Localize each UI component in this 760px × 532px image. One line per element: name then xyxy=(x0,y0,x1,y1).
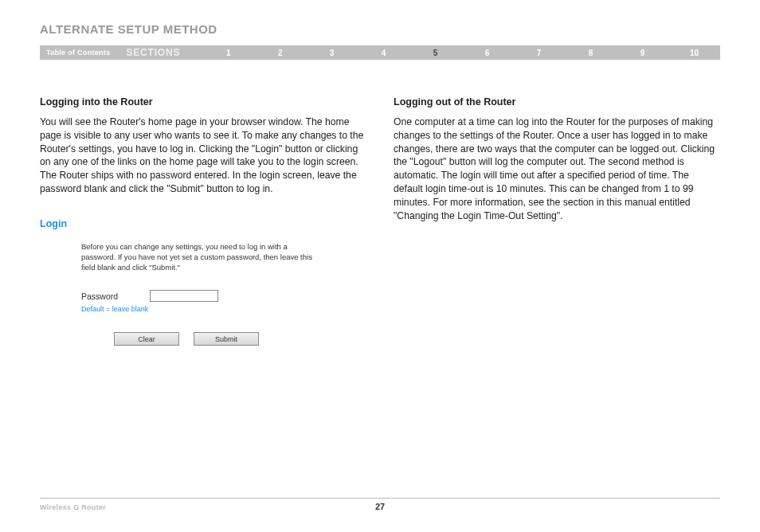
login-title: Login xyxy=(40,218,327,234)
page-footer: Wireless G Router 27 xyxy=(40,498,720,511)
nav-section-7[interactable]: 7 xyxy=(513,49,565,57)
clear-button[interactable]: Clear xyxy=(114,332,179,346)
nav-section-4[interactable]: 4 xyxy=(358,49,409,57)
nav-section-2[interactable]: 2 xyxy=(254,49,306,57)
password-input[interactable] xyxy=(150,290,218,302)
nav-section-3[interactable]: 3 xyxy=(306,49,358,57)
nav-section-6[interactable]: 6 xyxy=(461,49,513,57)
right-column: Logging out of the Router One computer a… xyxy=(394,96,720,357)
left-body: You will see the Router's home page in y… xyxy=(40,115,366,196)
nav-section-10[interactable]: 10 xyxy=(668,49,720,57)
nav-toc-link[interactable]: Table of Contents xyxy=(40,49,121,57)
left-column: Logging into the Router You will see the… xyxy=(40,96,366,357)
nav-section-9[interactable]: 9 xyxy=(617,49,668,57)
nav-sections-label: SECTIONS xyxy=(121,47,202,58)
page-number: 27 xyxy=(40,502,720,511)
page-title: ALTERNATE SETUP METHOD xyxy=(40,22,720,36)
submit-button[interactable]: Submit xyxy=(194,332,259,346)
nav-section-1[interactable]: 1 xyxy=(202,49,254,57)
left-heading: Logging into the Router xyxy=(40,96,366,108)
login-instructions: Before you can change any settings, you … xyxy=(81,242,315,272)
section-nav: Table of Contents SECTIONS 1 2 3 4 5 6 7… xyxy=(40,45,720,60)
nav-section-5[interactable]: 5 xyxy=(409,49,461,57)
right-heading: Logging out of the Router xyxy=(394,96,720,108)
password-label: Password xyxy=(81,291,118,301)
login-panel: Login Before you can change any settings… xyxy=(40,218,327,357)
right-body: One computer at a time can log into the … xyxy=(394,115,720,223)
nav-section-8[interactable]: 8 xyxy=(565,49,617,57)
password-hint: Default = leave blank xyxy=(81,305,315,313)
